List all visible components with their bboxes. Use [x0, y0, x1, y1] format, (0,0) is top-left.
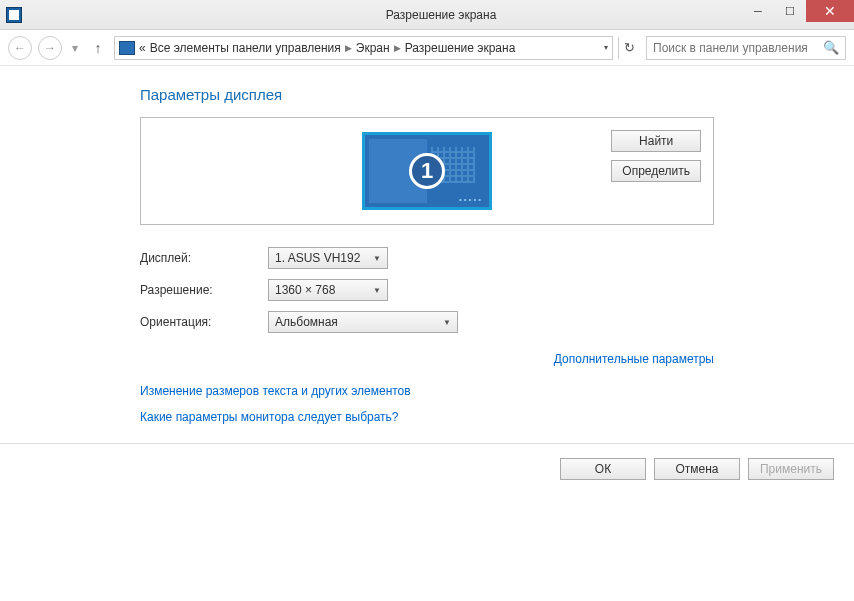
orientation-value: Альбомная	[275, 315, 338, 329]
display-preview: 1 ••••• Найти Определить	[140, 117, 714, 225]
titlebar: Разрешение экрана ─ ☐ ✕	[0, 0, 854, 30]
navbar: ← → ▾ ↑ « Все элементы панели управления…	[0, 30, 854, 66]
breadcrumb-item[interactable]: Разрешение экрана	[405, 41, 516, 55]
breadcrumb[interactable]: « Все элементы панели управления ▶ Экран…	[114, 36, 613, 60]
resolution-row: Разрешение: 1360 × 768 ▼	[140, 279, 714, 301]
breadcrumb-prefix: «	[139, 41, 146, 55]
display-label: Дисплей:	[140, 251, 268, 265]
search-box[interactable]: 🔍	[646, 36, 846, 60]
maximize-button[interactable]: ☐	[774, 0, 806, 22]
forward-button[interactable]: →	[38, 36, 62, 60]
find-button[interactable]: Найти	[611, 130, 701, 152]
control-panel-icon	[119, 41, 135, 55]
content: Параметры дисплея 1 ••••• Найти Определи…	[0, 66, 854, 425]
window-buttons: ─ ☐ ✕	[742, 0, 854, 22]
textsize-link-row: Изменение размеров текста и других элеме…	[140, 381, 714, 399]
apply-button[interactable]: Применить	[748, 458, 834, 480]
display-value: 1. ASUS VH192	[275, 251, 360, 265]
orientation-label: Ориентация:	[140, 315, 268, 329]
help-link-row: Какие параметры монитора следует выбрать…	[140, 407, 714, 425]
display-select[interactable]: 1. ASUS VH192 ▼	[268, 247, 388, 269]
identify-button[interactable]: Определить	[611, 160, 701, 182]
advanced-settings-link[interactable]: Дополнительные параметры	[554, 352, 714, 366]
breadcrumb-item[interactable]: Все элементы панели управления	[150, 41, 341, 55]
back-button[interactable]: ←	[8, 36, 32, 60]
chevron-right-icon: ▶	[394, 43, 401, 53]
preview-buttons: Найти Определить	[611, 130, 701, 182]
footer: ОК Отмена Применить	[0, 444, 854, 494]
search-icon: 🔍	[823, 40, 839, 55]
monitor-dots-icon: •••••	[459, 195, 483, 204]
app-icon	[6, 7, 22, 23]
help-link[interactable]: Какие параметры монитора следует выбрать…	[140, 410, 399, 424]
breadcrumb-item[interactable]: Экран	[356, 41, 390, 55]
chevron-down-icon: ▼	[365, 254, 381, 263]
orientation-row: Ориентация: Альбомная ▼	[140, 311, 714, 333]
chevron-down-icon: ▼	[365, 286, 381, 295]
cancel-button[interactable]: Отмена	[654, 458, 740, 480]
monitor-thumbnail[interactable]: 1 •••••	[362, 132, 492, 210]
up-button[interactable]: ↑	[88, 38, 108, 58]
close-button[interactable]: ✕	[806, 0, 854, 22]
chevron-down-icon: ▼	[435, 318, 451, 327]
monitor-number: 1	[409, 153, 445, 189]
window-title: Разрешение экрана	[28, 8, 854, 22]
breadcrumb-dropdown-icon[interactable]: ▾	[604, 43, 608, 52]
minimize-button[interactable]: ─	[742, 0, 774, 22]
refresh-button[interactable]: ↻	[618, 37, 640, 59]
advanced-link-row: Дополнительные параметры	[140, 349, 714, 367]
resolution-label: Разрешение:	[140, 283, 268, 297]
chevron-right-icon: ▶	[345, 43, 352, 53]
resolution-value: 1360 × 768	[275, 283, 335, 297]
search-input[interactable]	[653, 41, 823, 55]
page-heading: Параметры дисплея	[140, 86, 714, 103]
orientation-select[interactable]: Альбомная ▼	[268, 311, 458, 333]
ok-button[interactable]: ОК	[560, 458, 646, 480]
text-size-link[interactable]: Изменение размеров текста и других элеме…	[140, 384, 411, 398]
resolution-select[interactable]: 1360 × 768 ▼	[268, 279, 388, 301]
history-dropdown-icon[interactable]: ▾	[68, 36, 82, 60]
display-row: Дисплей: 1. ASUS VH192 ▼	[140, 247, 714, 269]
